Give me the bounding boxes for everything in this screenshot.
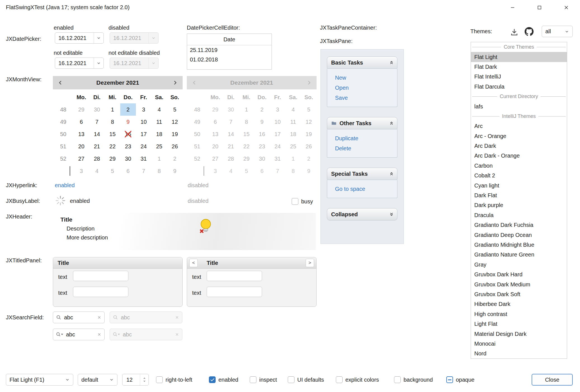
- checkbox-box[interactable]: [209, 376, 216, 383]
- spinner-buttons[interactable]: [140, 374, 148, 385]
- day-cell[interactable]: 5: [105, 165, 120, 177]
- theme-list-item-cobalt-2[interactable]: Cobalt 2: [471, 171, 567, 180]
- titled-panel-next-button[interactable]: >: [306, 259, 314, 267]
- theme-list-item-light-flat[interactable]: Light Flat: [471, 319, 567, 329]
- table-row[interactable]: 01.02.2018: [187, 55, 272, 64]
- day-cell[interactable]: 7: [136, 165, 152, 177]
- day-cell[interactable]: 31: [136, 153, 152, 165]
- theme-list-item-monocai[interactable]: Monocai: [471, 339, 567, 349]
- day-cell[interactable]: 1: [105, 103, 120, 116]
- theme-list-item-dark-flat[interactable]: Dark Flat: [471, 191, 567, 200]
- day-cell[interactable]: 5: [167, 103, 183, 116]
- day-cell[interactable]: 21: [89, 140, 105, 153]
- day-cell[interactable]: 24: [136, 140, 152, 153]
- day-cell[interactable]: 26: [167, 140, 183, 153]
- theme-combobox[interactable]: Flat Light (F1): [6, 374, 73, 386]
- taskpane-link-new[interactable]: New: [335, 73, 397, 83]
- theme-list-item-cyan-light[interactable]: Cyan light: [471, 180, 567, 190]
- titled-panel-text-input[interactable]: [207, 287, 262, 297]
- day-cell[interactable]: 3: [136, 103, 152, 116]
- theme-list-item-high-contrast[interactable]: High contrast: [471, 309, 567, 319]
- titled-panel-text-input[interactable]: [207, 271, 262, 281]
- checkbox-box[interactable]: [288, 376, 294, 383]
- checkbox-box[interactable]: [156, 376, 163, 383]
- datepicker-dropdown-button[interactable]: [94, 58, 103, 68]
- theme-list-item-flat-darcula[interactable]: Flat Darcula: [471, 82, 567, 92]
- day-cell[interactable]: 29: [74, 103, 89, 116]
- day-cell[interactable]: 29: [105, 153, 120, 165]
- theme-list-item-arc-dark[interactable]: Arc Dark: [471, 141, 567, 151]
- checkbox-ui-defaults[interactable]: UI defaults: [288, 376, 324, 384]
- theme-list-item-hiberbee-dark[interactable]: Hiberbee Dark: [471, 299, 567, 309]
- taskpane-link-go-to-space[interactable]: Go to space: [335, 184, 397, 194]
- theme-list-item-gradianto-nature-green[interactable]: Gradianto Nature Green: [471, 250, 567, 260]
- day-cell[interactable]: 4: [89, 165, 105, 177]
- close-window-button[interactable]: [556, 0, 576, 15]
- taskpane-link-delete[interactable]: Delete: [335, 143, 397, 153]
- theme-list-item-flat-dark[interactable]: Flat Dark: [471, 62, 567, 72]
- theme-list-item-arc[interactable]: Arc: [471, 121, 567, 131]
- themes-filter-combobox[interactable]: all: [542, 26, 573, 37]
- theme-list-item-gradianto-deep-ocean[interactable]: Gradianto Deep Ocean: [471, 230, 567, 240]
- day-cell[interactable]: 30: [120, 153, 136, 165]
- next-month-button[interactable]: [172, 80, 178, 86]
- day-cell[interactable]: 16: [120, 128, 136, 140]
- datepicker-not-editable[interactable]: 16.12.2021: [55, 58, 104, 69]
- day-cell[interactable]: 23: [120, 140, 136, 153]
- search-input[interactable]: abc: [64, 314, 95, 321]
- day-cell[interactable]: 8: [151, 165, 167, 177]
- theme-list-item-lafs[interactable]: lafs: [471, 101, 567, 111]
- checkbox-inspect[interactable]: inspect: [250, 376, 277, 384]
- datepicker-enabled[interactable]: 16.12.2021: [55, 32, 104, 44]
- checkbox-background[interactable]: background: [394, 376, 433, 384]
- theme-list-item-gruvbox-dark-medium[interactable]: Gruvbox Dark Medium: [471, 279, 567, 289]
- theme-list-item-arc-orange[interactable]: Arc - Orange: [471, 131, 567, 141]
- github-icon[interactable]: [525, 27, 534, 36]
- day-cell[interactable]: 9: [167, 165, 183, 177]
- titled-panel-text-input[interactable]: [73, 271, 128, 281]
- checkbox-box[interactable]: [250, 376, 256, 383]
- day-cell[interactable]: 25: [151, 140, 167, 153]
- checkbox-box[interactable]: [292, 198, 298, 205]
- search-input[interactable]: abc: [66, 331, 95, 338]
- chevron-up-icon[interactable]: [143, 377, 146, 380]
- day-cell[interactable]: 7: [89, 116, 105, 128]
- theme-list-item-dark-purple[interactable]: Dark purple: [471, 200, 567, 210]
- chevron-down-icon[interactable]: [143, 380, 146, 383]
- datepicker-dropdown-button[interactable]: [94, 33, 103, 43]
- day-cell[interactable]: 28: [89, 153, 105, 165]
- day-cell[interactable]: 27: [74, 153, 89, 165]
- checkbox-box[interactable]: [394, 376, 401, 383]
- spinner-value[interactable]: 12: [122, 377, 140, 383]
- theme-list-item-gradianto-midnight-blue[interactable]: Gradianto Midnight Blue: [471, 240, 567, 250]
- download-icon[interactable]: [510, 28, 518, 36]
- previous-month-button[interactable]: [57, 80, 63, 86]
- day-cell[interactable]: 6: [120, 165, 136, 177]
- taskpane-header[interactable]: Basic Tasks: [327, 56, 397, 69]
- day-cell[interactable]: 3: [74, 165, 89, 177]
- datepicker-value[interactable]: 16.12.2021: [55, 35, 94, 41]
- theme-list-item-material-design-dark[interactable]: Material Design Dark: [471, 329, 567, 339]
- table-column-header[interactable]: Date: [187, 34, 272, 45]
- theme-list-item-nord[interactable]: Nord: [471, 349, 567, 358]
- day-cell[interactable]: 18: [151, 128, 167, 140]
- day-cell[interactable]: 4: [151, 103, 167, 116]
- taskpane-link-duplicate[interactable]: Duplicate: [335, 133, 397, 143]
- theme-list-item-arc-dark-orange[interactable]: Arc Dark - Orange: [471, 151, 567, 161]
- day-cell[interactable]: 14: [89, 128, 105, 140]
- day-cell[interactable]: 6: [74, 116, 89, 128]
- clear-icon[interactable]: [97, 332, 102, 337]
- titled-panel-prev-button[interactable]: <: [189, 259, 198, 267]
- day-cell[interactable]: 12: [167, 116, 183, 128]
- theme-list-item-gradianto-dark-fuchsia[interactable]: Gradianto Dark Fuchsia: [471, 220, 567, 230]
- minimize-button[interactable]: [503, 0, 523, 15]
- checkbox-opaque[interactable]: opaque: [446, 376, 475, 384]
- theme-list-item-gray[interactable]: Gray: [471, 260, 567, 270]
- checkbox-enabled[interactable]: enabled: [209, 376, 238, 384]
- maximize-button[interactable]: [529, 0, 550, 15]
- checkbox-box[interactable]: [336, 376, 343, 383]
- day-cell[interactable]: 11: [151, 116, 167, 128]
- taskpane-link-save[interactable]: Save: [335, 93, 397, 103]
- theme-list-item-gruvbox-dark-hard[interactable]: Gruvbox Dark Hard: [471, 270, 567, 279]
- close-button[interactable]: Close: [532, 374, 573, 386]
